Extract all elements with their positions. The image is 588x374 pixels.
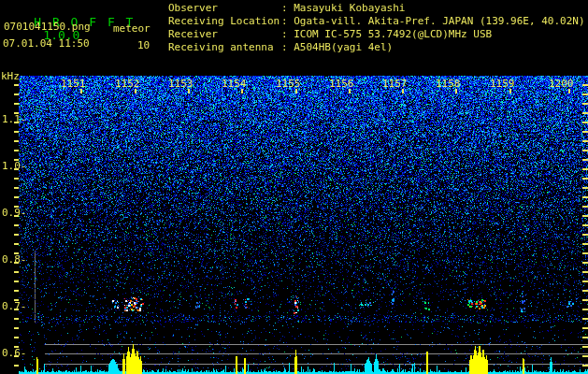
info-row-antenna: Receiving antenna: A504HB(yagi 4el) — [168, 41, 585, 54]
right-edge-tick — [582, 309, 588, 310]
right-edge-tick — [582, 337, 588, 338]
freq-minor-tick — [14, 252, 19, 254]
info-separator: : — [281, 15, 294, 27]
freq-minor-tick — [14, 178, 19, 180]
freq-minor-tick — [14, 122, 19, 123]
right-edge-tick — [582, 150, 588, 151]
freq-minor-tick — [14, 271, 19, 273]
time-tick-mark — [80, 89, 82, 94]
freq-minor-tick — [14, 150, 19, 151]
info-separator: : — [281, 41, 294, 53]
right-edge-tick — [582, 355, 588, 357]
freq-tick-label: 0.7- — [2, 300, 27, 312]
freq-minor-tick — [14, 159, 19, 161]
info-value: Ogata-vill. Akita-Pref. JAPAN (139.96E, … — [294, 15, 584, 27]
right-edge-tick — [582, 196, 588, 198]
right-edge-tick — [582, 159, 588, 161]
freq-minor-tick — [14, 337, 19, 338]
info-row-location: Receiving Location: Ogata-vill. Akita-Pr… — [168, 15, 585, 28]
mode-label: meteor — [113, 22, 151, 35]
spectrogram-canvas — [0, 0, 588, 374]
freq-tick-label: 0.9- — [2, 207, 27, 219]
freq-minor-tick — [14, 327, 19, 329]
freq-minor-tick — [14, 215, 19, 217]
y-axis-unit-label: kHz — [1, 70, 20, 82]
freq-minor-tick — [14, 140, 19, 142]
freq-minor-tick — [14, 187, 19, 189]
right-edge-tick — [582, 103, 588, 105]
freq-minor-tick — [14, 168, 19, 170]
time-tick-mark — [295, 89, 297, 94]
freq-tick-label: 0.6- — [2, 347, 27, 359]
right-edge-tick — [582, 346, 588, 348]
freq-minor-tick — [14, 243, 19, 245]
freq-minor-tick — [14, 112, 19, 114]
right-edge-tick — [582, 140, 588, 142]
meteor-count: 10 — [137, 39, 150, 51]
right-edge-tick — [582, 234, 588, 236]
time-tick-mark — [402, 89, 404, 94]
info-value: Masayuki Kobayashi — [294, 2, 405, 14]
time-tick-mark — [455, 89, 457, 94]
info-row-observer: Observer: Masayuki Kobayashi — [168, 2, 585, 15]
freq-minor-tick — [14, 290, 19, 292]
right-edge-tick — [582, 252, 588, 254]
info-separator: : — [281, 28, 294, 40]
right-edge-tick — [582, 271, 588, 273]
station-info-block: Observer: Masayuki Kobayashi Receiving L… — [168, 2, 585, 54]
right-edge-tick — [582, 224, 588, 226]
info-label: Receiving Location — [168, 15, 281, 28]
right-edge-tick — [582, 206, 588, 208]
freq-minor-tick — [14, 103, 19, 105]
freq-minor-tick — [14, 224, 19, 226]
right-edge-tick — [582, 168, 588, 170]
right-edge-tick — [582, 122, 588, 123]
info-label: Receiving antenna — [168, 41, 281, 54]
info-separator: : — [281, 2, 294, 14]
right-edge-tick — [582, 243, 588, 245]
freq-minor-tick — [14, 234, 19, 236]
info-value: A504HB(yagi 4el) — [294, 41, 393, 53]
right-edge-tick — [582, 215, 588, 217]
right-edge-tick — [582, 112, 588, 114]
right-edge-tick — [582, 280, 588, 282]
time-tick-mark — [135, 89, 136, 94]
hrofft-screen: H R O F F T 1.0.0 0701041150.png meteor … — [0, 0, 588, 374]
info-row-receiver: Receiver: ICOM IC-575 53.7492(@LCD)MHz U… — [168, 28, 585, 41]
freq-minor-tick — [14, 346, 19, 348]
freq-minor-tick — [14, 355, 19, 357]
freq-minor-tick — [14, 206, 19, 208]
datetime-label: 07.01.04 11:50 — [3, 37, 90, 50]
right-edge-tick — [582, 365, 588, 367]
right-edge-tick — [582, 299, 588, 301]
right-edge-tick — [582, 318, 588, 320]
freq-minor-tick — [14, 84, 19, 86]
time-tick-mark — [509, 89, 511, 94]
time-tick-mark — [188, 89, 190, 94]
freq-minor-tick — [14, 309, 19, 310]
freq-minor-tick — [14, 262, 19, 264]
right-edge-tick — [582, 290, 588, 292]
time-tick-mark — [349, 89, 351, 94]
freq-tick-label: 1.0- — [2, 160, 27, 172]
freq-tick-label: 1.1- — [2, 113, 27, 125]
freq-minor-tick — [14, 318, 19, 320]
right-edge-tick — [582, 187, 588, 189]
info-value: ICOM IC-575 53.7492(@LCD)MHz USB — [294, 28, 492, 40]
right-edge-tick — [582, 178, 588, 180]
info-label: Receiver — [168, 28, 281, 41]
freq-minor-tick — [14, 94, 19, 95]
freq-tick-label: 0.8- — [2, 253, 27, 266]
info-label: Observer — [168, 2, 281, 15]
right-edge-tick — [582, 84, 588, 86]
freq-minor-tick — [14, 299, 19, 301]
right-edge-tick — [582, 131, 588, 133]
right-edge-tick — [582, 94, 588, 95]
freq-minor-tick — [14, 365, 19, 367]
output-filename: 0701041150.png — [4, 21, 91, 33]
right-edge-tick — [582, 327, 588, 329]
time-tick-mark — [241, 89, 243, 94]
right-edge-tick — [582, 262, 588, 264]
freq-minor-tick — [14, 131, 19, 133]
freq-minor-tick — [14, 196, 19, 198]
